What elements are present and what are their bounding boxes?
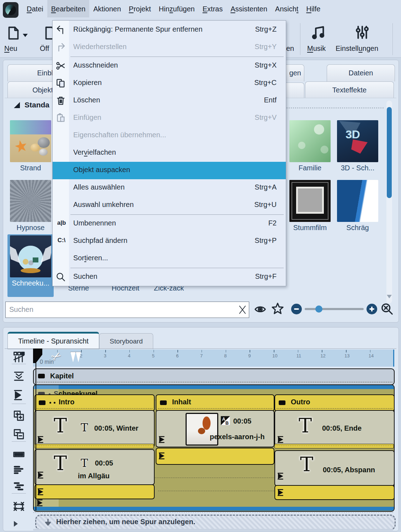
media-thumbnail-stummfilm[interactable]: Stummfilm [287,178,333,234]
rail-expander-icon[interactable] [14,521,18,527]
tab-objekte-partial[interactable]: Objekt [7,81,54,98]
search-field[interactable]: Suchen [5,302,249,318]
menubar-item-projekt[interactable]: Projekt [125,0,155,17]
settings-sliders-icon [354,23,370,42]
intro-subtrack[interactable] [34,484,155,499]
tab-storyboard[interactable]: Storyboard [99,333,153,349]
media-thumbnail-schneekugel[interactable]: Schneeku... [7,234,54,290]
menu-item-vervielfachen[interactable]: Vervielfachen [53,144,286,162]
clip-winter[interactable]: T T 00:05, Winter [34,410,155,447]
menubar-item-ansicht[interactable]: Ansicht [271,0,303,17]
zoom-out-button[interactable] [291,304,302,314]
settings-button-label: Einstellungen [336,44,378,53]
stagger-tracks-icon[interactable] [12,480,25,493]
collapsed-subtrack[interactable] [274,444,394,448]
new-dropdown-caret[interactable] [23,34,28,37]
menubar-item-aktionen[interactable]: Aktionen [89,0,125,17]
trash-icon [55,95,66,106]
kapitel-track[interactable]: Kapitel [33,368,395,385]
filmstrip-rows-icon[interactable] [12,448,25,461]
collapse-button[interactable] [38,374,45,378]
fade-keyframe-icon[interactable] [277,436,285,443]
media-scroll-down-icon[interactable] [387,295,392,298]
outro-subtrack[interactable] [274,485,395,500]
menubar-item-assistenten[interactable]: Assistenten [226,0,271,17]
trim-range-icon[interactable] [12,500,25,513]
menu-item-ausschneiden[interactable]: AusschneidenStrg+X [53,57,286,75]
music-button[interactable]: Musik [305,22,331,55]
fade-keyframe-icon[interactable] [37,488,45,496]
fade-keyframe-icon[interactable] [37,436,45,443]
expand-all-icon[interactable] [12,409,25,422]
new-button[interactable]: Neu [3,22,36,55]
thumbnail-image: 3D [337,120,378,162]
menu-item-alles-auswählen[interactable]: Alles auswählenStrg+A [53,179,286,197]
media-thumbnail-threed[interactable]: 3D3D - Sch... [335,118,381,175]
menu-item-einfügen[interactable]: EinfügenStrg+V [53,110,286,127]
menu-item-objekt-auspacken[interactable]: Objekt auspacken [53,162,286,179]
media-thumbnail-schraeg[interactable]: Schräg [335,178,381,234]
chapter-outro[interactable]: Outro [274,394,395,411]
clip-allgaeu[interactable]: T T 00:05 im Allgäu [34,449,155,485]
zoom-in-button[interactable] [367,304,377,314]
clip-ende[interactable]: T 00:05, Ende [274,410,395,447]
menu-item-eigenschaften-übernehmen[interactable]: Eigenschaften übernehmen... [53,127,286,144]
media-thumbnail-strand[interactable]: Strand [7,118,54,175]
menu-item-rückgängig-permanente-spur-entfernen[interactable]: Rückgängig: Permanente Spur entfernenStr… [53,21,286,39]
clear-search-icon[interactable] [237,305,247,315]
collapsed-subtrack[interactable] [34,444,154,448]
track-display-icon[interactable] [12,351,25,363]
menubar-item-extras[interactable]: Extras [199,0,227,17]
preview-eye-icon[interactable] [254,303,267,315]
fade-keyframe-icon[interactable] [37,471,45,479]
timeline-ruler[interactable]: 234567891011121314 0 min [33,350,394,367]
zoom-reset-icon[interactable] [380,302,394,316]
menu-item-wiederherstellen[interactable]: WiederherstellenStrg+Y [53,39,286,56]
ruler-tick [298,350,299,352]
menubar-item-hilfe[interactable]: Hilfe [302,0,324,17]
menu-item-auswahl-umkehren[interactable]: Auswahl umkehrenStrg+U [53,197,286,214]
fade-keyframe-icon[interactable] [159,452,166,460]
media-scrollbar-thumb[interactable] [387,107,392,198]
inhalt-subtrack[interactable] [156,448,274,465]
favorite-star-icon[interactable] [271,302,284,315]
keyframe-flag-icon[interactable] [12,389,25,401]
insert-object-icon[interactable] [12,370,25,383]
menubar-item-hinzufgen[interactable]: Hinzufügen [155,0,199,17]
playhead-line[interactable] [36,349,36,511]
thumbnail-size-slider[interactable] [305,308,364,310]
media-thumbnail-hypnose[interactable]: Hypnose [7,178,54,234]
tab-timeline-spuransicht[interactable]: Timeline - Spuransicht [7,332,99,349]
section-collapse-triangle[interactable] [14,102,20,108]
media-thumbnail-familie[interactable]: Familie [287,118,333,175]
chapter-inhalt[interactable]: Inhalt [156,394,274,411]
menubar-item-datei[interactable]: Datei [23,0,47,17]
tab-einblendungen-partial[interactable]: Einbl [7,64,54,81]
menubar-item-bearbeiten[interactable]: Bearbeiten [47,0,90,17]
fade-keyframe-icon[interactable] [37,499,44,507]
slider-handle[interactable] [315,305,322,313]
fade-keyframe-icon[interactable] [277,472,285,480]
clip-abspann[interactable]: T 00:05, Abspann [274,450,395,486]
new-track-drop-zone[interactable]: Hierher ziehen, um neue Spur anzulegen. [35,515,396,530]
fade-keyframe-icon[interactable] [159,436,166,443]
menu-item-label: Kopieren [73,79,102,87]
menu-item-umbenennen[interactable]: a|bUmbenennenF2 [53,215,286,233]
align-tracks-icon[interactable] [12,464,25,477]
collapse-all-icon[interactable] [12,428,25,441]
tab-texteffekte[interactable]: Texteffekte [305,81,394,98]
chapter-intro[interactable]: Intro [34,394,155,411]
menu-item-sortieren[interactable]: Sortieren... [53,250,286,267]
horizontal-scrollbar[interactable] [33,529,393,531]
tab-dateien[interactable]: Dateien [327,64,395,81]
menu-item-kopieren[interactable]: KopierenStrg+C [53,75,286,92]
menu-item-suchen[interactable]: SuchenStrg+F [53,268,286,286]
menu-item-löschen[interactable]: LöschenEntf [53,92,286,110]
ruler-tick [370,350,371,352]
menu-separator [70,57,284,57]
menu-item-label: Objekt auspacken [73,166,130,174]
fade-keyframe-icon[interactable] [277,489,285,496]
menu-item-suchpfad-ändern[interactable]: C:\Suchpfad ändernStrg+P [53,233,286,250]
settings-button[interactable]: Einstellungen [335,22,389,55]
clip-pexels[interactable]: A B 00:05 pexels-aaron-j-h [156,410,274,447]
